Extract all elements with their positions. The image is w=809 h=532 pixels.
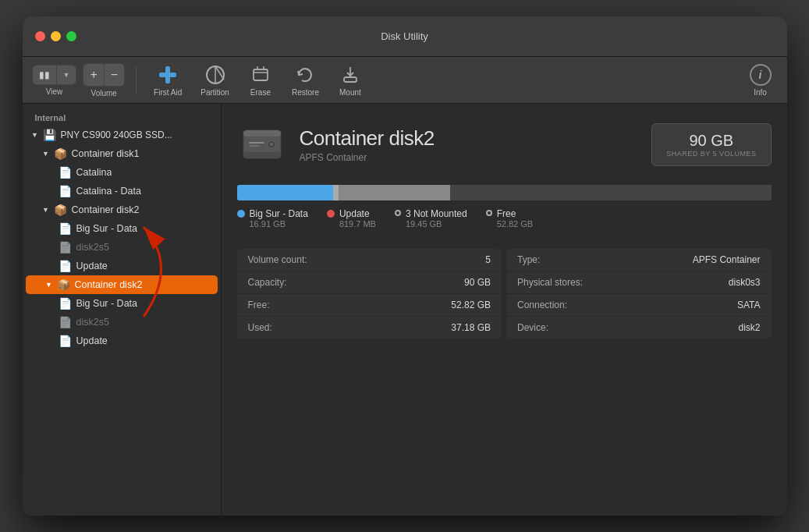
bar-seg-free <box>450 185 771 200</box>
info-table-left: Volume count: 5 Capacity: 90 GB Free: 52… <box>237 249 502 339</box>
svg-rect-5 <box>254 69 268 80</box>
maximize-button[interactable] <box>66 31 76 41</box>
key-connection: Connection: <box>517 300 567 310</box>
toolbar-divider-1 <box>136 66 137 94</box>
sidebar-item-catalina[interactable]: 📄 Catalina <box>23 163 221 182</box>
view-dropdown-btn[interactable]: ▼ <box>57 67 76 83</box>
sidebar-item-big-sur-data-2[interactable]: 📄 Big Sur - Data <box>23 294 221 313</box>
volume-icon-6: 📄 <box>59 334 73 348</box>
legend-size-update: 819.7 MB <box>339 219 376 229</box>
legend-dot-update <box>327 210 335 218</box>
legend-update: Update 819.7 MB <box>327 208 376 229</box>
info-row-type: Type: APFS Container <box>506 249 772 271</box>
catalina-data-label: Catalina - Data <box>76 186 141 197</box>
restore-button[interactable]: Restore <box>286 61 325 100</box>
erase-label: Erase <box>250 88 271 97</box>
legend-free: Free 52.82 GB <box>486 208 533 229</box>
legend-not-mounted: 3 Not Mounted 19.45 GB <box>395 208 467 229</box>
usage-bar <box>237 185 772 200</box>
disk2s5-1-label: disk2s5 <box>76 242 109 253</box>
legend-dot-big-sur <box>237 210 245 218</box>
partition-label: Partition <box>200 88 229 97</box>
info-button[interactable]: i Info <box>743 61 778 100</box>
svg-rect-11 <box>243 130 281 137</box>
key-physical-stores: Physical stores: <box>517 277 583 288</box>
val-free: 52.82 GB <box>451 300 491 310</box>
val-volume-count: 5 <box>485 254 491 265</box>
sidebar-item-big-sur-data-1[interactable]: 📄 Big Sur - Data <box>23 219 221 238</box>
legend-size-big-sur: 16.91 GB <box>250 219 308 229</box>
capacity-badge: 90 GB SHARED BY 5 VOLUMES <box>651 123 771 166</box>
disclosure-cd1[interactable]: ▼ <box>40 147 52 160</box>
detail-title: Container disk2 <box>300 126 640 151</box>
info-row-volume-count: Volume count: 5 <box>237 249 502 271</box>
view-control[interactable]: ▮▮ ▼ View <box>32 65 77 96</box>
detail-subtitle: APFS Container <box>300 152 640 163</box>
sidebar-item-update-2[interactable]: 📄 Update <box>23 332 221 350</box>
firstaid-button[interactable]: First Aid <box>147 61 188 100</box>
val-capacity: 90 GB <box>464 277 491 288</box>
disk2s5-2-label: disk2s5 <box>76 317 109 328</box>
view-label: View <box>46 87 63 96</box>
update-2-label: Update <box>76 335 108 346</box>
update-1-label: Update <box>76 261 108 271</box>
container-icon-2: 📦 <box>54 203 68 217</box>
pny-label: PNY CS900 240GB SSD... <box>61 129 172 140</box>
info-row-used: Used: 37.18 GB <box>237 317 502 339</box>
info-row-physical-stores: Physical stores: disk0s3 <box>506 271 772 294</box>
bar-seg-update <box>333 185 339 200</box>
disclosure-pny[interactable]: ▼ <box>29 129 41 141</box>
restore-label: Restore <box>292 88 319 97</box>
cd2-first-label: Container disk2 <box>72 204 140 215</box>
mount-button[interactable]: Mount <box>332 61 369 100</box>
legend-dot-free <box>486 210 492 216</box>
val-type: APFS Container <box>693 254 761 265</box>
volume-control[interactable]: + − Volume <box>83 63 125 98</box>
info-row-free: Free: 52.82 GB <box>237 294 502 317</box>
volume-icon-4: 📄 <box>59 259 73 273</box>
remove-volume-btn[interactable]: − <box>105 64 124 86</box>
volume-icon-3: 📄 <box>59 222 73 236</box>
container-icon-sel: 📦 <box>57 278 71 292</box>
add-volume-btn[interactable]: + <box>83 64 103 86</box>
sidebar-item-update-1[interactable]: 📄 Update <box>23 257 221 275</box>
sidebar-item-pny-drive[interactable]: ▼ 💾 PNY CS900 240GB SSD... <box>23 126 221 144</box>
sidebar-section-internal: Internal <box>23 110 221 126</box>
detail-title-block: Container disk2 APFS Container <box>300 126 640 163</box>
volume-label: Volume <box>91 89 117 98</box>
svg-point-14 <box>270 143 273 146</box>
legend-name-big-sur: Big Sur - Data <box>250 208 308 219</box>
big-sur-data-2-label: Big Sur - Data <box>76 298 138 309</box>
val-used: 37.18 GB <box>451 322 491 333</box>
sidebar-item-container-disk2-first[interactable]: ▼ 📦 Container disk2 <box>23 200 221 219</box>
erase-button[interactable]: Erase <box>242 61 279 100</box>
key-free: Free: <box>248 300 270 310</box>
detail-header: Container disk2 APFS Container 90 GB SHA… <box>237 119 772 169</box>
legend-size-not-mounted: 19.45 GB <box>406 219 467 229</box>
container-icon: 📦 <box>54 147 68 161</box>
partition-button[interactable]: Partition <box>194 61 236 100</box>
view-list-btn[interactable]: ▮▮ <box>33 66 56 84</box>
close-button[interactable] <box>35 31 45 41</box>
legend-dot-not-mounted <box>395 210 401 216</box>
capacity-label: SHARED BY 5 VOLUMES <box>666 150 756 158</box>
sidebar-item-catalina-data[interactable]: 📄 Catalina - Data <box>23 182 221 200</box>
svg-rect-9 <box>344 77 357 82</box>
detail-pane: Container disk2 APFS Container 90 GB SHA… <box>222 104 787 516</box>
key-device: Device: <box>517 322 548 333</box>
volume-icon-5: 📄 <box>59 296 73 310</box>
container-disk-icon <box>237 119 287 169</box>
sidebar-item-disk2s5-1[interactable]: 📄 disk2s5 <box>23 238 221 257</box>
legend-big-sur: Big Sur - Data 16.91 GB <box>237 208 308 229</box>
sidebar-item-container-disk1[interactable]: ▼ 📦 Container disk1 <box>23 144 221 163</box>
info-icon: i <box>750 64 772 86</box>
cd2-sel-label: Container disk2 <box>75 279 143 290</box>
mount-label: Mount <box>339 88 361 97</box>
sidebar-item-disk2s5-2[interactable]: 📄 disk2s5 <box>23 313 221 332</box>
key-used: Used: <box>248 322 272 333</box>
disclosure-cd2-sel[interactable]: ▼ <box>43 278 55 291</box>
disclosure-cd2-1[interactable]: ▼ <box>40 204 52 216</box>
minimize-button[interactable] <box>51 31 61 41</box>
legend-name-not-mounted: 3 Not Mounted <box>406 208 467 219</box>
sidebar-item-container-disk2-selected[interactable]: ▼ 📦 Container disk2 same <box>26 275 218 294</box>
